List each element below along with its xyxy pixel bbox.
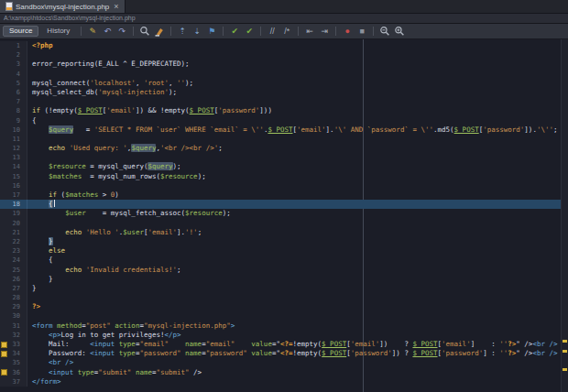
code-line[interactable]: 7 — [0, 97, 568, 106]
shift-left-icon[interactable]: ⇤ — [303, 25, 316, 38]
code-line[interactable]: 31<form method="post" action="mysql-inje… — [0, 321, 568, 331]
forward-icon[interactable]: ↷ — [115, 25, 128, 38]
line-number[interactable]: 29 — [0, 302, 27, 311]
previous-bookmark-icon[interactable]: ⇡ — [176, 25, 189, 38]
source-view-button[interactable]: Source — [3, 26, 38, 37]
line-number[interactable]: 28 — [0, 293, 27, 302]
line-number[interactable]: 26 — [0, 275, 27, 284]
next-usage-icon[interactable]: ✔ — [243, 25, 256, 38]
find-selection-icon[interactable] — [138, 25, 151, 38]
line-number[interactable]: 15 — [0, 172, 27, 181]
code-line[interactable]: 22 } — [0, 237, 568, 246]
comment-icon[interactable]: // — [266, 25, 279, 38]
line-number[interactable]: 6 — [0, 88, 27, 97]
line-number[interactable]: 4 — [0, 70, 27, 79]
line-number[interactable]: 8 — [0, 106, 27, 115]
warning-icon[interactable] — [1, 342, 7, 348]
code-line[interactable]: 8if (!empty($_POST['email']) && !empty($… — [0, 106, 568, 115]
file-tab[interactable]: Sandbox\mysql-injection.php × — [0, 0, 126, 13]
line-number[interactable]: 17 — [0, 191, 27, 200]
code-line[interactable]: 11 — [0, 135, 568, 144]
line-number[interactable]: 25 — [0, 266, 27, 275]
code-line[interactable]: 10 $query = 'SELECT * FROM `user` WHERE … — [0, 125, 568, 135]
line-number[interactable]: 12 — [0, 144, 27, 153]
warning-stripe-mark[interactable] — [563, 340, 567, 343]
line-number[interactable]: 27 — [0, 284, 27, 293]
previous-usage-icon[interactable]: ✔ — [228, 25, 241, 38]
line-number[interactable]: 13 — [0, 153, 27, 162]
last-edit-location-icon[interactable]: ✎ — [86, 25, 99, 38]
code-line[interactable]: 1<?php — [0, 41, 568, 50]
line-number[interactable]: 18 — [0, 200, 27, 209]
code-line[interactable]: 30 — [0, 311, 568, 321]
code-line[interactable]: 16 — [0, 181, 568, 191]
shift-right-icon[interactable]: ⇥ — [318, 25, 331, 38]
code-line[interactable]: 20 — [0, 219, 568, 228]
warning-icon[interactable] — [1, 351, 7, 357]
line-number[interactable]: 31 — [0, 321, 27, 331]
code-line[interactable]: 9{ — [0, 116, 568, 125]
line-number[interactable]: 30 — [0, 311, 27, 321]
line-number[interactable]: 1 — [0, 41, 27, 50]
line-number[interactable]: 20 — [0, 219, 27, 228]
start-macro-icon[interactable]: ● — [341, 25, 354, 38]
code-line[interactable]: 18 { — [0, 200, 568, 209]
line-number[interactable]: 9 — [0, 116, 27, 125]
zoom-in-icon[interactable] — [393, 25, 406, 38]
code-line[interactable]: 29?> — [0, 302, 568, 311]
code-line[interactable]: 15 $matches = mysql_num_rows($resource); — [0, 172, 568, 181]
code-line[interactable]: 36 <input type="submit" name="submit" /> — [0, 368, 568, 377]
code-line[interactable]: 32 <p>Log in to get privileges!</p> — [0, 331, 568, 340]
code-line[interactable]: 25 echo 'Invalid credentials!'; — [0, 266, 568, 275]
code-line[interactable]: 4 — [0, 70, 568, 79]
stop-macro-icon[interactable]: ■ — [355, 25, 368, 38]
line-number[interactable]: 32 — [0, 331, 27, 340]
warning-stripe-mark[interactable] — [563, 368, 567, 371]
line-number[interactable]: 5 — [0, 79, 27, 88]
line-number[interactable]: 16 — [0, 181, 27, 191]
line-number[interactable]: 35 — [0, 358, 27, 367]
code-line[interactable]: 34 Password: <input type="password" name… — [0, 349, 568, 358]
code-line[interactable]: 2 — [0, 50, 568, 60]
code-line[interactable]: 37</form> — [0, 377, 568, 387]
history-view-button[interactable]: History — [40, 26, 76, 37]
line-number[interactable]: 3 — [0, 60, 27, 69]
code-line[interactable]: 14 $resource = mysql_query($query); — [0, 162, 568, 171]
line-number[interactable]: 7 — [0, 97, 27, 106]
code-line[interactable]: 5mysql_connect('localhost', 'root', ''); — [0, 79, 568, 88]
back-icon[interactable]: ↶ — [101, 25, 114, 38]
tab-close-icon[interactable]: × — [114, 3, 118, 11]
line-number[interactable]: 2 — [0, 50, 27, 60]
line-number[interactable]: 14 — [0, 162, 27, 171]
line-number[interactable]: 34 — [0, 349, 27, 358]
line-number[interactable]: 33 — [0, 340, 27, 349]
code-line[interactable]: 3error_reporting(E_ALL ^ E_DEPRECATED); — [0, 60, 568, 69]
code-line[interactable]: 21 echo 'Hello '.$user['email'].'!'; — [0, 228, 568, 237]
toggle-bookmark-icon[interactable]: ⚑ — [205, 25, 218, 38]
code-line[interactable]: 17 if ($matches > 0) — [0, 191, 568, 200]
code-line[interactable]: 13 — [0, 153, 568, 162]
line-number[interactable]: 22 — [0, 237, 27, 246]
code-line[interactable]: 24 { — [0, 256, 568, 265]
line-number[interactable]: 36 — [0, 368, 27, 377]
code-line[interactable]: 6mysql_select_db('mysql-injection'); — [0, 88, 568, 97]
line-number[interactable]: 23 — [0, 246, 27, 256]
warning-stripe-mark[interactable] — [563, 350, 567, 353]
line-number[interactable]: 21 — [0, 228, 27, 237]
code-line[interactable]: 33 Mail: <input type="email" name="email… — [0, 340, 568, 349]
code-editor[interactable]: 1<?php23error_reporting(E_ALL ^ E_DEPREC… — [0, 39, 568, 392]
code-line[interactable]: 12 echo 'Used query: ',$query,'<br /><br… — [0, 144, 568, 153]
line-number[interactable]: 10 — [0, 125, 27, 135]
uncomment-icon[interactable]: /* — [280, 25, 293, 38]
code-line[interactable]: 35 <br /> — [0, 358, 568, 367]
line-number[interactable]: 37 — [0, 377, 27, 387]
code-line[interactable]: 28 — [0, 293, 568, 302]
next-bookmark-icon[interactable]: ⇣ — [191, 25, 203, 38]
warning-icon[interactable] — [1, 369, 7, 376]
line-number[interactable]: 19 — [0, 209, 27, 218]
line-number[interactable]: 11 — [0, 135, 27, 144]
line-number[interactable]: 24 — [0, 256, 27, 265]
code-line[interactable]: 19 $user = mysql_fetch_assoc($resource); — [0, 209, 568, 218]
code-line[interactable]: 27} — [0, 284, 568, 293]
error-stripe[interactable] — [561, 39, 568, 392]
